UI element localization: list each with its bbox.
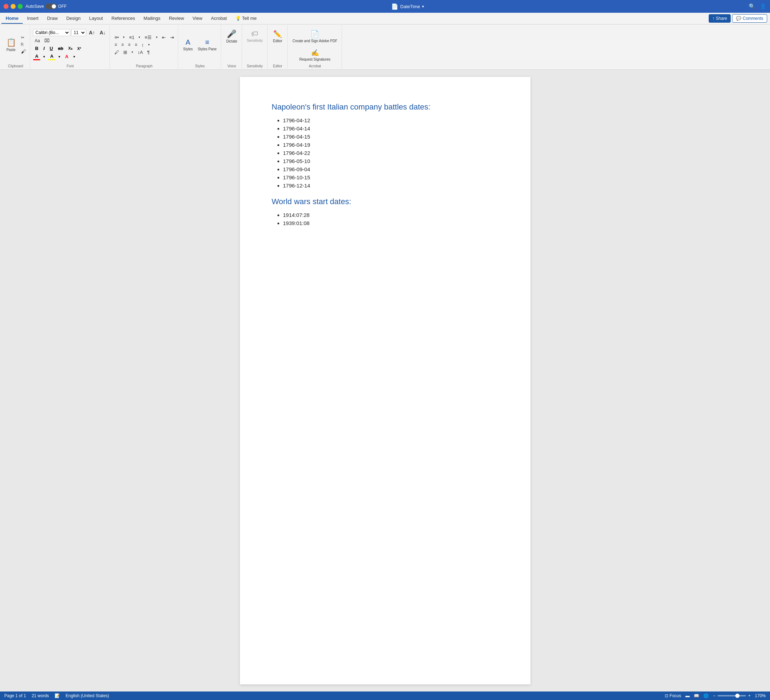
- clipboard-sub: ✂ ⎘ 🖌: [19, 34, 28, 55]
- language: English (United States): [66, 693, 109, 698]
- doc-page[interactable]: Napoleon's first Italian company battles…: [240, 77, 531, 684]
- decrease-font-button[interactable]: A↓: [98, 29, 107, 36]
- zoom-out-button[interactable]: −: [713, 693, 715, 698]
- maximize-button[interactable]: [18, 4, 23, 9]
- cut-button[interactable]: ✂: [19, 34, 28, 41]
- list-item: 1796-04-19: [283, 142, 498, 148]
- align-left-button[interactable]: ≡: [113, 42, 119, 48]
- justify-button[interactable]: ≡: [133, 42, 139, 48]
- layout-normal-button[interactable]: ▬: [685, 693, 689, 698]
- zoom-track[interactable]: [718, 695, 746, 697]
- tab-review[interactable]: Review: [165, 13, 189, 24]
- styles-pane-button[interactable]: ≡ Styles Pane: [196, 34, 218, 55]
- highlight-button[interactable]: A: [48, 53, 55, 60]
- font-color-button[interactable]: A: [33, 53, 40, 60]
- align-right-button[interactable]: ≡: [126, 42, 132, 48]
- para-row2: ≡ ≡ ≡ ≡ ↕ ▾: [113, 42, 176, 48]
- autosave-switch[interactable]: [45, 3, 57, 9]
- sensitivity-button[interactable]: 🏷 Sensitivity: [245, 26, 265, 47]
- styles-icon: A: [186, 38, 190, 47]
- tab-view[interactable]: View: [188, 13, 207, 24]
- bullets-dropdown[interactable]: ▾: [121, 35, 126, 40]
- list-item: 1914:07:28: [283, 212, 498, 218]
- zoom-in-button[interactable]: +: [748, 693, 751, 698]
- line-spacing-button[interactable]: ↕: [140, 42, 146, 48]
- minimize-button[interactable]: [11, 4, 16, 9]
- font-color-dropdown[interactable]: ▾: [41, 54, 47, 59]
- line-spacing-dropdown[interactable]: ▾: [146, 42, 152, 47]
- editor-button[interactable]: ✏️ Editor: [270, 26, 285, 47]
- text-color-dropdown[interactable]: ▾: [71, 54, 77, 59]
- sort-button[interactable]: ↕A: [136, 49, 145, 56]
- change-case-button[interactable]: Aa: [33, 37, 42, 44]
- align-center-button[interactable]: ≡: [120, 42, 125, 48]
- subscript-button[interactable]: X₂: [66, 45, 74, 52]
- para-row1: ≡• ▾ ≡1 ▾ ≡☰ ▾ ⇤ ⇥: [113, 34, 176, 41]
- app-title: DateTime: [400, 4, 420, 9]
- tab-insert[interactable]: Insert: [23, 13, 43, 24]
- numbering-dropdown[interactable]: ▾: [137, 35, 142, 40]
- tab-design[interactable]: Design: [62, 13, 85, 24]
- paragraph-label: Paragraph: [136, 63, 153, 68]
- styles-label: Styles: [195, 63, 205, 68]
- superscript-button[interactable]: X²: [75, 46, 83, 52]
- close-button[interactable]: [3, 4, 8, 9]
- zoom-slider[interactable]: − +: [713, 693, 751, 698]
- list-item: 1796-04-12: [283, 117, 498, 123]
- multilevel-dropdown[interactable]: ▾: [154, 35, 159, 40]
- clipboard-label: Clipboard: [8, 63, 23, 68]
- search-icon[interactable]: 🔍: [749, 3, 755, 10]
- bullets-button[interactable]: ≡•: [113, 34, 120, 41]
- increase-font-button[interactable]: A↑: [87, 29, 97, 36]
- autosave-toggle[interactable]: AutoSave OFF: [26, 3, 66, 9]
- show-marks-button[interactable]: ¶: [145, 49, 151, 56]
- numbering-button[interactable]: ≡1: [127, 34, 136, 41]
- sensitivity-icon: 🏷: [251, 30, 258, 38]
- tab-draw[interactable]: Draw: [43, 13, 62, 24]
- share-button[interactable]: ↑ Share: [709, 14, 731, 23]
- proofread-icon[interactable]: 📝: [55, 693, 60, 698]
- italic-button[interactable]: I: [41, 45, 47, 52]
- dictate-button[interactable]: 🎤 Dictate: [224, 26, 239, 47]
- decrease-indent-button[interactable]: ⇤: [160, 34, 168, 41]
- user-icon[interactable]: 👤: [760, 3, 767, 10]
- bold-button[interactable]: B: [33, 45, 40, 52]
- strikethrough-button[interactable]: ab: [56, 45, 65, 52]
- styles-button[interactable]: A Styles: [181, 34, 195, 55]
- layout-web-button[interactable]: 🌐: [704, 693, 709, 698]
- shading-button[interactable]: 🖊: [113, 49, 121, 56]
- copy-button[interactable]: ⎘: [19, 41, 28, 47]
- tab-tell-me[interactable]: 💡 Tell me: [231, 13, 261, 24]
- tab-mailings[interactable]: Mailings: [139, 13, 165, 24]
- create-adobe-button[interactable]: 📄 Create and Sign Adobe PDF: [291, 26, 340, 47]
- layout-read-button[interactable]: 📖: [694, 693, 699, 698]
- zoom-thumb[interactable]: [735, 694, 739, 698]
- font-size-select[interactable]: 11: [71, 29, 86, 36]
- tab-references[interactable]: References: [107, 13, 139, 24]
- list-item: 1796-09-04: [283, 166, 498, 172]
- title-center: 📄 DateTime ▾: [70, 3, 746, 10]
- comment-icon: 💬: [736, 16, 741, 21]
- font-name-select[interactable]: Calibri (Bo...: [33, 29, 70, 36]
- para-row3: 🖊 ⊞ ▾ ↕A ¶: [113, 49, 176, 56]
- focus-button[interactable]: ⊡ Focus: [665, 693, 681, 698]
- clear-format-button[interactable]: ⌧: [42, 37, 52, 44]
- chevron-down-icon[interactable]: ▾: [422, 4, 424, 9]
- highlight-dropdown[interactable]: ▾: [57, 54, 62, 59]
- paste-button[interactable]: 📋 Paste: [3, 34, 18, 55]
- request-signatures-button[interactable]: ✍ Request Signatures: [297, 47, 333, 63]
- multilevel-button[interactable]: ≡☰: [143, 34, 154, 41]
- text-color-button[interactable]: A: [63, 53, 71, 60]
- tab-layout[interactable]: Layout: [85, 13, 107, 24]
- title-bar: AutoSave OFF 📄 DateTime ▾ 🔍 👤: [0, 0, 770, 13]
- tab-acrobat[interactable]: Acrobat: [207, 13, 231, 24]
- borders-button[interactable]: ⊞: [121, 49, 129, 56]
- tab-home[interactable]: Home: [2, 13, 23, 24]
- format-painter-button[interactable]: 🖌: [19, 48, 28, 55]
- increase-indent-button[interactable]: ⇥: [168, 34, 176, 41]
- comments-button[interactable]: 💬 Comments: [732, 14, 767, 23]
- underline-button[interactable]: U: [47, 45, 55, 52]
- clipboard-group: 📋 Paste ✂ ⎘ 🖌 Clipboard: [2, 25, 30, 69]
- font-label: Font: [66, 63, 74, 68]
- borders-dropdown[interactable]: ▾: [130, 50, 135, 55]
